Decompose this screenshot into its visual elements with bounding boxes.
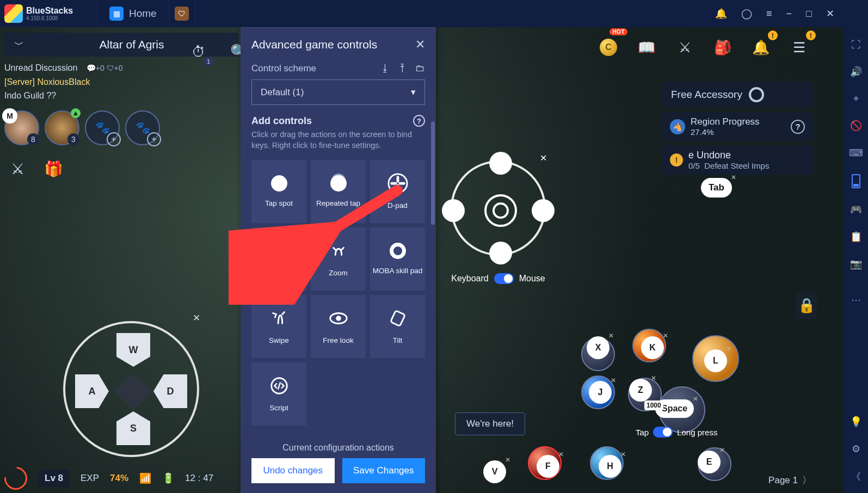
dpad-icon — [387, 173, 408, 194]
ctl-zoom[interactable]: Zoom — [311, 227, 366, 291]
locate-icon[interactable]: ⌖ — [853, 93, 859, 104]
look-kb-label: Keyboard — [451, 274, 489, 284]
clipboard-icon[interactable]: 📋 — [850, 231, 862, 243]
tap-toggle[interactable] — [653, 427, 673, 437]
ctl-dpad[interactable]: D-pad — [370, 160, 425, 223]
overlay-close-icon[interactable]: ✕ — [193, 312, 200, 324]
help-icon[interactable]: ? — [413, 115, 425, 127]
key-overlay-k[interactable]: K✕ — [641, 336, 664, 359]
panel-footer: Undo changes Save Changes — [241, 458, 436, 493]
dpad-key-a[interactable]: A — [75, 374, 109, 408]
chat-tags: 💬+0 🛡+0 — [87, 64, 123, 72]
key-overlay-v[interactable]: V✕ — [483, 460, 506, 483]
ring-icon — [749, 87, 764, 102]
maximize-button[interactable]: □ — [806, 8, 812, 20]
party-slot-2[interactable]: ▲ 3 — [45, 110, 79, 145]
game-viewport[interactable]: ﹀ Altar of Agris Unread Discussion 💬+0 🛡… — [0, 27, 844, 493]
party-slot-empty[interactable]: 🐾+ — [85, 110, 120, 145]
menu-icon[interactable]: ≡ — [766, 8, 772, 20]
minimize-button[interactable]: − — [786, 8, 792, 20]
ctl-tilt[interactable]: Tilt — [370, 295, 425, 358]
idea-icon[interactable]: 💡 — [850, 416, 862, 428]
back-icon[interactable]: 《 — [851, 470, 861, 483]
crosshair-icon — [269, 237, 290, 257]
dpad-key-d[interactable]: D — [153, 374, 187, 408]
tab-home[interactable]: ▦ Home — [97, 0, 169, 27]
ctl-tap-spot[interactable]: Tap spot — [251, 160, 306, 223]
region-progress-panel[interactable]: 🐴 Region Progress 27.4% ? — [661, 112, 814, 141]
key-overlay-e[interactable]: E✕ — [698, 451, 721, 473]
disable-icon[interactable]: 🚫 — [850, 120, 862, 132]
dpad-key-w[interactable]: W — [116, 333, 150, 367]
freelook-overlay[interactable]: ✕ Keyboard Mouse — [451, 161, 546, 284]
lock-icon[interactable]: 🔒 — [796, 292, 817, 319]
page-indicator[interactable]: Page 1 〉 — [768, 474, 811, 486]
ctl-aim-pan-shoot[interactable]: Aim, pan and shoot — [251, 227, 306, 291]
key-overlay-tab[interactable]: Tab✕ — [701, 178, 732, 198]
account-icon[interactable]: ◯ — [741, 8, 752, 20]
tap-longpress-toggle[interactable]: Tap Long press — [636, 427, 717, 437]
ctl-script[interactable]: Script — [251, 362, 306, 426]
volume-icon[interactable]: 🔊 — [850, 66, 862, 78]
save-button[interactable]: Save Changes — [342, 458, 426, 483]
party-level: 3 — [67, 133, 79, 145]
camera-icon[interactable]: 📷 — [850, 258, 862, 270]
bag-icon[interactable]: 🎒 — [708, 33, 737, 62]
hamburger-icon[interactable]: ☰! — [784, 33, 814, 62]
quest-panel[interactable]: ! e Undone 0/5 Defeat Steel Imps — [661, 145, 814, 175]
ctl-repeated-tap[interactable]: Repeated tap — [311, 160, 366, 223]
timer-icon[interactable]: ⏱1 — [185, 38, 212, 65]
key-overlay-x[interactable]: X✕ — [587, 336, 610, 359]
ctl-swipe[interactable]: Swipe — [251, 295, 306, 358]
warn-badge: ! — [806, 30, 816, 40]
hud-top-right: C HOT 📖 ⚔ 🎒 🔔! ☰! — [594, 33, 814, 62]
book-icon[interactable]: 📖 — [632, 33, 661, 62]
close-button[interactable]: ✕ — [826, 8, 834, 20]
hud-bottom-bar: Lv 8 EXP 74% 📶 🔋 12 : 47 — [4, 467, 213, 490]
key-overlay-j[interactable]: J✕ — [589, 381, 612, 404]
settings-icon[interactable]: ⚙ — [852, 443, 860, 455]
bell-icon[interactable]: 🔔 — [715, 8, 727, 20]
kb-mouse-toggle[interactable] — [494, 273, 514, 284]
free-accessory-pill[interactable]: Free Accessory — [661, 82, 814, 108]
dpad-overlay[interactable]: ✕ W A S D — [63, 321, 199, 457]
key-overlay-z[interactable]: Z✕ — [629, 379, 652, 402]
panel-scrollbar[interactable] — [431, 121, 435, 225]
fullscreen-icon[interactable]: ⛶ — [851, 39, 861, 51]
folder-icon[interactable]: 🗀 — [415, 63, 425, 74]
chat-log[interactable]: Unread Discussion 💬+0 🛡+0 [Server] Noxio… — [4, 61, 238, 103]
more-icon[interactable]: ⋯ — [851, 294, 861, 306]
buff-icon[interactable]: ⚔ — [4, 156, 30, 182]
target-icon[interactable] — [0, 462, 32, 493]
chip-1000: 1000 — [644, 400, 663, 410]
panel-close-button[interactable]: ✕ — [415, 38, 425, 52]
scheme-select[interactable]: Default (1) ▾ — [251, 79, 425, 105]
bell-icon[interactable]: 🔔! — [746, 33, 775, 62]
controls-scroll[interactable]: Add controls ? Click or drag the actions… — [241, 115, 436, 434]
help-icon[interactable]: ? — [791, 120, 805, 134]
swords-icon[interactable]: ⚔ — [670, 33, 699, 62]
buff-icon[interactable]: 🎁 — [40, 156, 66, 182]
import-icon[interactable]: ⭳ — [380, 63, 390, 74]
bluestacks-logo-icon — [4, 4, 23, 23]
region-pct: 27.4% — [691, 127, 760, 137]
undo-button[interactable]: Undo changes — [251, 458, 335, 483]
ctl-free-look[interactable]: Free look — [311, 295, 366, 358]
party-slot-empty[interactable]: 🐾+ — [125, 110, 160, 145]
export-icon[interactable]: ⭱ — [398, 63, 408, 74]
scheme-label: Control scheme — [251, 63, 316, 74]
key-overlay-l[interactable]: L✕ — [704, 349, 727, 372]
key-overlay-h[interactable]: H✕ — [599, 455, 621, 478]
key-overlay-f[interactable]: F✕ — [537, 455, 559, 478]
ctl-moba[interactable]: MOBA skill pad — [370, 227, 425, 291]
gamepad-icon[interactable]: 🎮 — [850, 204, 862, 215]
add-controls-title: Add controls — [251, 115, 312, 127]
tab-game[interactable]: 🛡 — [169, 0, 195, 27]
device-portrait-icon[interactable] — [852, 174, 860, 188]
keyboard-icon[interactable]: ⌨ — [849, 147, 863, 159]
party-slot-1[interactable]: M 8 — [4, 110, 39, 145]
overlay-close-icon[interactable]: ✕ — [540, 153, 547, 163]
coin-icon[interactable]: C HOT — [594, 33, 623, 62]
exp-label: EXP — [81, 473, 99, 484]
dpad-key-s[interactable]: S — [116, 411, 150, 445]
